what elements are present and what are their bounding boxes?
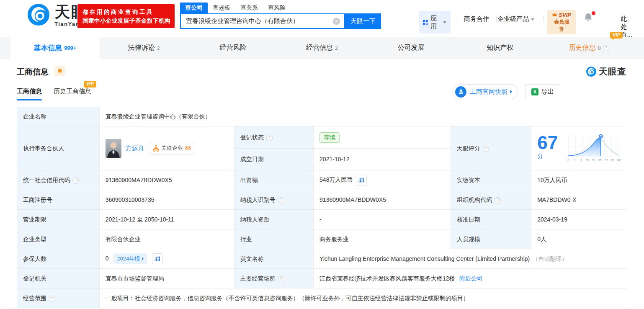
enterprise-products-link[interactable]: 企业级产品 bbox=[497, 15, 534, 23]
main-premises-label: 主要经营场所? bbox=[234, 269, 313, 288]
notifications-button[interactable] bbox=[584, 13, 595, 23]
svg-text:15: 15 bbox=[585, 159, 589, 162]
business-term-value: 2021-10-12 至 2050-10-11 bbox=[99, 210, 234, 229]
registry-authority-label: 登记机关 bbox=[17, 269, 100, 288]
divider bbox=[496, 16, 497, 22]
help-icon[interactable]: ? bbox=[278, 276, 284, 282]
established-date-value: 2021-10-12 bbox=[314, 149, 451, 170]
svg-text:99: 99 bbox=[611, 159, 614, 162]
insured-count-value: 0 bbox=[106, 255, 109, 262]
capital-trend-chart-button[interactable] bbox=[356, 175, 367, 185]
svg-text:97: 97 bbox=[605, 159, 608, 162]
table-row: 执行事务合伙人 方运 bbox=[17, 126, 627, 149]
svg-text:3: 3 bbox=[580, 159, 582, 162]
tab-company-development[interactable]: 公司发展 bbox=[366, 37, 456, 59]
related-companies-badge[interactable]: 关联企业 66 bbox=[149, 142, 195, 154]
table-row: 登记机关 宜春市市场监督管理局 主要经营场所? 江西省宜春经济技术开发区春风路客… bbox=[17, 269, 627, 288]
brand-watermark: 天眼查 bbox=[586, 66, 626, 77]
partner-avatar[interactable] bbox=[106, 139, 121, 158]
help-icon[interactable]: ? bbox=[266, 135, 273, 141]
reg-number-value: 360900310003735 bbox=[99, 190, 234, 210]
staff-size-value: 0人 bbox=[531, 229, 627, 249]
tianyan-score: 67分 bbox=[537, 129, 621, 167]
notification-dot bbox=[592, 11, 595, 15]
nearby-companies-link[interactable]: 附近公司 bbox=[459, 275, 483, 282]
insured-trend-chart-button[interactable] bbox=[152, 253, 163, 264]
svip-sub-label: 会员服务 bbox=[552, 18, 571, 33]
business-info-table: 企业名称 宜春浪绫企业管理咨询中心（有限合伙） 执行事务合伙人 bbox=[17, 107, 627, 308]
help-icon[interactable]: ? bbox=[72, 178, 79, 184]
search-tab-boss[interactable]: 查老板 bbox=[208, 3, 235, 13]
svip-member-button[interactable]: SVIP 会员服务 bbox=[547, 10, 576, 34]
org-chart-icon bbox=[153, 145, 159, 152]
approval-date-label: 核准日期 bbox=[451, 210, 531, 229]
subscribe-bell-button[interactable] bbox=[54, 66, 65, 76]
registry-authority-value: 宜春市市场监督管理局 bbox=[99, 269, 234, 288]
business-info-section: 工商信息 天眼查 工商信息 VIP 历史工商信息 bbox=[0, 59, 644, 308]
bell-icon bbox=[57, 68, 63, 75]
score-value: 67 bbox=[537, 132, 558, 153]
tab-basic-info[interactable]: 基本信息999+ bbox=[10, 37, 100, 59]
official-snapshot-button[interactable]: 工商官网快照 bbox=[453, 84, 518, 99]
main-premises-value: 江西省宜春经济技术开发区春风路客商服务大楼12楼 bbox=[319, 275, 455, 282]
arrow-right-icon bbox=[142, 257, 144, 260]
promo-banner: 都在用的商业查询工具 国家中小企业发展子基金旗下机构 bbox=[77, 4, 175, 28]
subtab-business-info[interactable]: 工商信息 bbox=[17, 88, 42, 95]
business-scope-label: 经营范围? bbox=[17, 288, 100, 308]
search-input[interactable] bbox=[181, 14, 344, 28]
search-tab-risk[interactable]: 查风险 bbox=[263, 3, 291, 13]
table-row: 经营范围? 一般项目：社会经济咨询服务，信息咨询服务（不含许可类信息咨询服务）（… bbox=[17, 288, 627, 308]
biz-coop-link[interactable]: 商务合作 bbox=[464, 15, 489, 23]
top-header: 天眼查 TianYanCha.com 都在用的商业查询工具 国家中小企业发展子基… bbox=[0, 0, 644, 37]
apps-menu[interactable]: 应用 bbox=[419, 11, 451, 33]
taxpayer-id-value: 91360900MA7BDDW0X5 bbox=[314, 190, 451, 210]
status-badge: 存续 bbox=[319, 132, 340, 143]
clear-search-icon[interactable]: ✕ bbox=[333, 18, 340, 25]
help-icon[interactable]: ? bbox=[495, 197, 501, 203]
tab-operating-risk[interactable]: 经营风险 bbox=[188, 37, 278, 59]
tab-operating-info[interactable]: 经营信息2 bbox=[278, 37, 367, 59]
help-icon[interactable]: ? bbox=[278, 197, 284, 203]
score-distribution-chart: 0 1 3 15 50 85 97 99 100 bbox=[566, 131, 621, 166]
svg-text:85: 85 bbox=[598, 159, 602, 162]
company-name-value: 宜春浪绫企业管理咨询中心（有限合伙） bbox=[99, 107, 627, 126]
established-date-label: 成立日期 bbox=[234, 149, 313, 170]
paid-capital-value: 10万人民币 bbox=[531, 170, 627, 190]
banner-line1: 都在用的商业查询工具 bbox=[82, 8, 170, 16]
subtab-history-business-info[interactable]: VIP 历史工商信息 bbox=[54, 88, 91, 95]
table-row: 工商注册号 360900310003735 纳税人识别号? 91360900MA… bbox=[17, 190, 627, 210]
chart-icon bbox=[155, 256, 160, 262]
svg-text:100: 100 bbox=[616, 159, 621, 162]
help-icon[interactable]: ? bbox=[603, 45, 609, 51]
tab-intellectual-property[interactable]: 知识产权 bbox=[456, 37, 545, 59]
banner-line2: 国家中小企业发展子基金旗下机构 bbox=[82, 16, 170, 25]
paid-capital-label: 实缴资本 bbox=[451, 170, 531, 190]
table-row: 统一社会信用代码? 91360900MA7BDDW0X5 出资额 548万人民币… bbox=[17, 170, 627, 190]
excel-icon: X bbox=[531, 88, 538, 95]
annual-report-badge[interactable]: 2024年报 bbox=[113, 253, 147, 264]
export-button[interactable]: X 导出 bbox=[525, 84, 560, 99]
help-icon[interactable]: ? bbox=[483, 146, 489, 152]
grid-apps-icon bbox=[423, 19, 428, 26]
table-row: 营业期限 2021-10-12 至 2050-10-11 纳税人资质 - 核准日… bbox=[17, 210, 627, 229]
business-term-label: 营业期限 bbox=[17, 210, 100, 229]
table-row: 企业名称 宜春浪绫企业管理咨询中心（有限合伙） bbox=[17, 107, 627, 126]
search-tab-company[interactable]: 查公司 bbox=[180, 3, 208, 13]
tab-history-info[interactable]: VIP 历史信息8 ? bbox=[544, 37, 634, 59]
tab-legal-proceedings[interactable]: 法律诉讼2 bbox=[100, 37, 189, 59]
company-type-value: 有限合伙企业 bbox=[99, 229, 234, 249]
company-name-label: 企业名称 bbox=[17, 107, 100, 126]
search-tab-relation[interactable]: 查关系 bbox=[235, 3, 263, 13]
auto-translate-note: （自动翻译） bbox=[532, 255, 567, 262]
help-icon[interactable]: ? bbox=[49, 296, 55, 302]
partner-name-link[interactable]: 方运舟 bbox=[126, 144, 144, 153]
staff-size-label: 人员规模 bbox=[451, 229, 531, 249]
capital-label: 出资额 bbox=[234, 170, 313, 190]
search-button[interactable]: 天眼一下 bbox=[345, 13, 381, 29]
stamp-icon bbox=[455, 86, 466, 98]
insured-count-label: 参保人数 bbox=[17, 249, 100, 269]
reg-status-label: 登记状态? bbox=[234, 126, 313, 149]
credit-code-label: 统一社会信用代码? bbox=[17, 170, 100, 190]
tianyan-score-label: 天眼评分? bbox=[451, 126, 531, 170]
executive-partner-label: 执行事务合伙人 bbox=[17, 126, 100, 170]
